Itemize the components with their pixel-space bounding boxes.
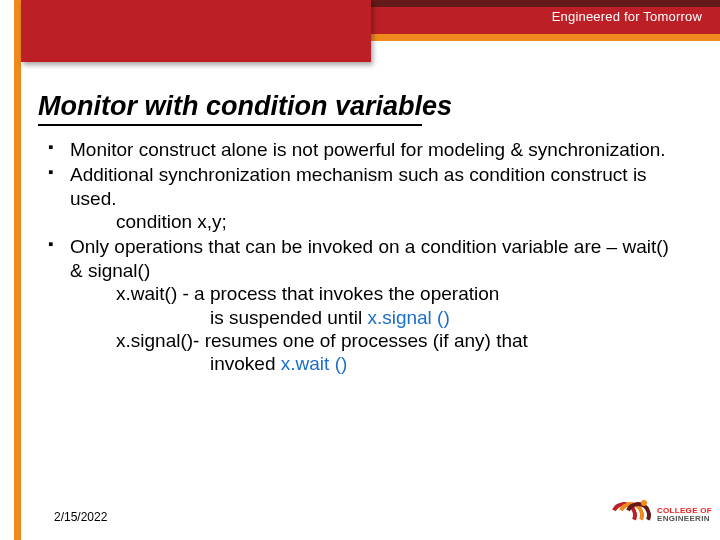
logo-text: COLLEGE OF ENGINEERIN <box>657 507 712 524</box>
bullet-2: Additional synchronization mechanism suc… <box>46 163 686 233</box>
logo-mark-icon <box>611 502 651 528</box>
footer-logo: COLLEGE OF ENGINEERIN <box>611 500 712 530</box>
slide-title: Monitor with condition variables <box>38 91 452 122</box>
bullet-3-line-signal: x.signal()- resumes one of processes (if… <box>70 329 686 352</box>
bullet-1: Monitor construct alone is not powerful … <box>46 138 686 161</box>
xwait-link[interactable]: x.wait () <box>281 353 348 374</box>
bullet-2-sub: condition x,y; <box>70 210 686 233</box>
bullet-3-line-wait: x.wait() - a process that invokes the op… <box>70 282 686 305</box>
invoked-prefix: invoked <box>210 353 281 374</box>
bullet-3-line-suspend: is suspended until x.signal () <box>70 306 686 329</box>
bullet-2-text: Additional synchronization mechanism suc… <box>70 164 647 208</box>
red-drop-block <box>21 0 371 62</box>
tagline-text: Engineered for Tomorrow <box>552 9 702 24</box>
xsignal-link[interactable]: x.signal () <box>367 307 449 328</box>
title-underline <box>38 124 422 126</box>
left-orange-bar <box>14 0 21 540</box>
bullet-3: Only operations that can be invoked on a… <box>46 235 686 375</box>
bullet-3-line-invoked: invoked x.wait () <box>70 352 686 375</box>
left-white-bar <box>0 0 14 540</box>
footer-date: 2/15/2022 <box>54 510 107 524</box>
bullet-3-text: Only operations that can be invoked on a… <box>70 236 669 280</box>
suspend-prefix: is suspended until <box>210 307 367 328</box>
bullet-1-text: Monitor construct alone is not powerful … <box>70 139 666 160</box>
slide-body: Monitor construct alone is not powerful … <box>46 138 686 378</box>
slide: Engineered for Tomorrow Monitor with con… <box>0 0 720 540</box>
logo-line2: ENGINEERIN <box>657 515 712 523</box>
